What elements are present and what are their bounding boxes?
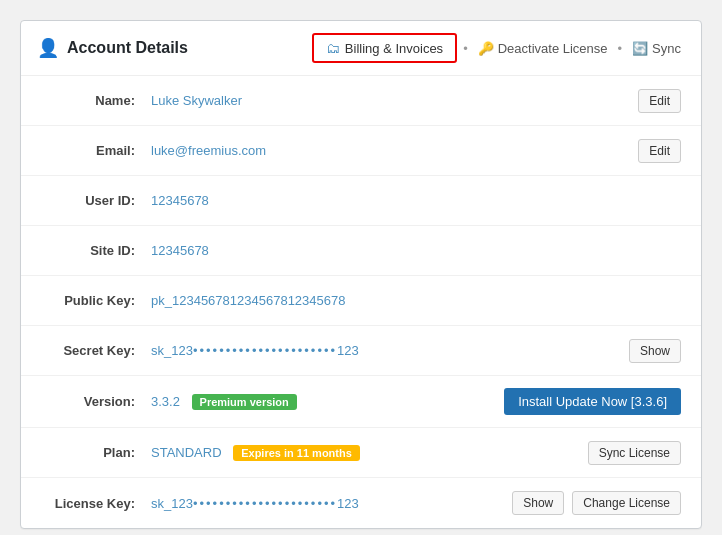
plan-action: Sync License xyxy=(588,441,681,465)
account-details-card: 👤 Account Details 🗂 Billing & Invoices •… xyxy=(20,20,702,529)
separator: • xyxy=(463,41,468,56)
card-header: 👤 Account Details 🗂 Billing & Invoices •… xyxy=(21,21,701,76)
key-icon: 🔑 xyxy=(478,41,494,56)
expires-badge: Expires in 11 months xyxy=(233,445,360,461)
version-action: Install Update Now [3.3.6] xyxy=(504,388,681,415)
billing-icon: 🗂 xyxy=(326,40,340,56)
email-edit-button[interactable]: Edit xyxy=(638,139,681,163)
card-body: Name: Luke Skywalker Edit Email: luke@fr… xyxy=(21,76,701,528)
plan-name: STANDARD xyxy=(151,445,222,460)
licensekey-value: sk_123••••••••••••••••••••••123 xyxy=(151,496,512,511)
name-action: Edit xyxy=(638,89,681,113)
secretkey-show-button[interactable]: Show xyxy=(629,339,681,363)
name-label: Name: xyxy=(41,93,151,108)
premium-badge: Premium version xyxy=(192,394,297,410)
sync-icon: 🔄 xyxy=(632,41,648,56)
plan-row: Plan: STANDARD Expires in 11 months Sync… xyxy=(21,428,701,478)
page-title: Account Details xyxy=(67,39,188,57)
secretkey-action: Show xyxy=(629,339,681,363)
licensekey-label: License Key: xyxy=(41,496,151,511)
plan-label: Plan: xyxy=(41,445,151,460)
secretkey-value: sk_123••••••••••••••••••••••123 xyxy=(151,343,629,358)
publickey-label: Public Key: xyxy=(41,293,151,308)
licensekey-prefix: sk_123 xyxy=(151,496,193,511)
secretkey-label: Secret Key: xyxy=(41,343,151,358)
licensekey-suffix: 123 xyxy=(337,496,359,511)
sync-button[interactable]: 🔄 Sync xyxy=(628,41,685,56)
billing-invoices-button[interactable]: 🗂 Billing & Invoices xyxy=(312,33,457,63)
userid-label: User ID: xyxy=(41,193,151,208)
email-action: Edit xyxy=(638,139,681,163)
siteid-row: Site ID: 12345678 xyxy=(21,226,701,276)
secretkey-suffix: 123 xyxy=(337,343,359,358)
version-label: Version: xyxy=(41,394,151,409)
name-row: Name: Luke Skywalker Edit xyxy=(21,76,701,126)
sync-license-button[interactable]: Sync License xyxy=(588,441,681,465)
siteid-value: 12345678 xyxy=(151,243,681,258)
userid-value: 12345678 xyxy=(151,193,681,208)
person-icon: 👤 xyxy=(37,37,59,59)
licensekey-row: License Key: sk_123•••••••••••••••••••••… xyxy=(21,478,701,528)
publickey-value: pk_1234567812345678123456​78 xyxy=(151,293,681,308)
version-row: Version: 3.3.2 Premium version Install U… xyxy=(21,376,701,428)
name-value: Luke Skywalker xyxy=(151,93,638,108)
card-title: 👤 Account Details xyxy=(37,37,188,59)
email-row: Email: luke@freemius.com Edit xyxy=(21,126,701,176)
change-license-button[interactable]: Change License xyxy=(572,491,681,515)
secretkey-dots: •••••••••••••••••••••• xyxy=(193,343,337,358)
secretkey-prefix: sk_123 xyxy=(151,343,193,358)
version-number: 3.3.2 xyxy=(151,394,180,409)
userid-row: User ID: 12345678 xyxy=(21,176,701,226)
licensekey-action: Show Change License xyxy=(512,491,681,515)
separator2: • xyxy=(618,41,623,56)
secretkey-row: Secret Key: sk_123••••••••••••••••••••••… xyxy=(21,326,701,376)
plan-value: STANDARD Expires in 11 months xyxy=(151,445,588,460)
name-edit-button[interactable]: Edit xyxy=(638,89,681,113)
header-actions: 🗂 Billing & Invoices • 🔑 Deactivate Lice… xyxy=(312,33,685,63)
install-update-button[interactable]: Install Update Now [3.3.6] xyxy=(504,388,681,415)
email-label: Email: xyxy=(41,143,151,158)
licensekey-show-button[interactable]: Show xyxy=(512,491,564,515)
version-value: 3.3.2 Premium version xyxy=(151,394,504,409)
siteid-label: Site ID: xyxy=(41,243,151,258)
licensekey-dots: •••••••••••••••••••••• xyxy=(193,496,337,511)
publickey-row: Public Key: pk_1234567812345678123456​78 xyxy=(21,276,701,326)
email-value: luke@freemius.com xyxy=(151,143,638,158)
deactivate-license-button[interactable]: 🔑 Deactivate License xyxy=(474,41,612,56)
